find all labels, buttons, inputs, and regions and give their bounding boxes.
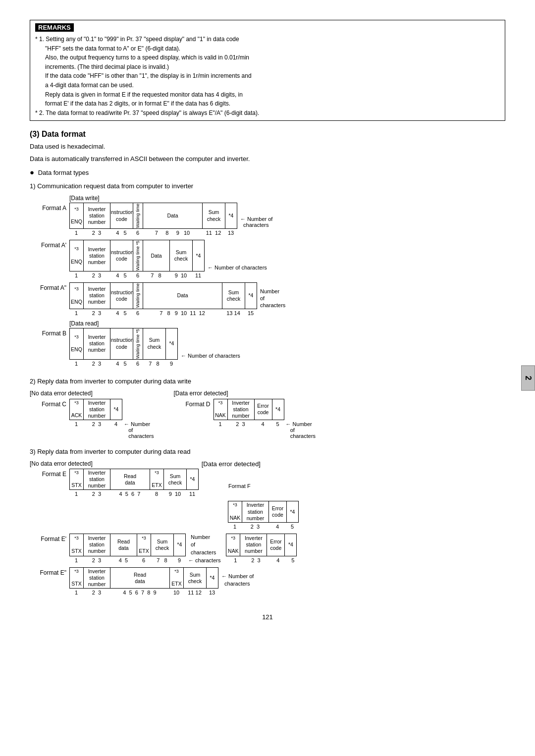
cell-stx-ep: *3STX xyxy=(70,534,84,556)
side-tab-2: 2 xyxy=(521,366,535,391)
cell-error-d: Errorcode xyxy=(255,399,272,420)
diagram-section-1: [Data write] Format A *3ENQ Inverterstat… xyxy=(30,195,505,370)
num-a-1: 1 xyxy=(69,230,83,236)
cell-instruction-code: Instructioncode xyxy=(110,203,133,229)
format-eprime-label: Format E' xyxy=(30,534,69,542)
format-adouble-label: Format A" xyxy=(30,282,69,291)
no-error-label-3: [No data error detected] xyxy=(30,460,93,467)
cell-nak-d: *3NAK xyxy=(214,399,228,420)
bullet-text: Data format types xyxy=(38,169,89,176)
cell-instr-ap: Instructioncode xyxy=(110,240,133,271)
remark-line-8: format E' if the data has 2 digits, or i… xyxy=(45,99,500,108)
cell-enq: *3ENQ xyxy=(70,203,84,229)
format-c-label: Format C xyxy=(30,399,69,408)
num-chars-ep: Numberofcharacters xyxy=(191,534,216,556)
num-chars-note-ap: ← Number of characters xyxy=(208,265,267,271)
num-a-6: 6 xyxy=(133,230,143,236)
format-b-row: Format B *3ENQ Inverterstationnumber Ins… xyxy=(30,328,505,370)
cell-inverter-f: Inverterstationnumber xyxy=(242,501,269,522)
format-e-label: Format E xyxy=(30,469,69,478)
format-d-grid: *3NAK Inverterstationnumber Errorcode *4 xyxy=(214,399,284,420)
cell-sum-ap: Sumcheck xyxy=(170,240,193,271)
remarks-box: REMARKS * 1. Setting any of "0.1" to "99… xyxy=(30,20,505,121)
remarks-title: REMARKS xyxy=(35,23,74,32)
format-a-grid: *3ENQ Inverterstationnumber Instructionc… xyxy=(69,203,237,229)
format-aprime-grid: *3ENQ Inverterstationnumber Instructionc… xyxy=(69,240,205,271)
no-error-label-2: [No data error detected] xyxy=(30,390,154,397)
format-aprime-row: Format A' *3ENQ Inverterstationnumber In… xyxy=(30,240,505,281)
cell-sum-b: Sumcheck xyxy=(143,328,166,360)
cell-inverter-ep: Inverterstationnumber xyxy=(84,534,110,556)
cell-star3-e: *3ETX xyxy=(150,469,164,490)
cell-data-a: Data xyxy=(143,203,203,229)
cell-star4-b: *4 xyxy=(166,328,178,360)
cell-data-ap: Data xyxy=(143,240,170,271)
cell-instr-b: Instructioncode xyxy=(110,328,133,360)
data-write-label: [Data write] xyxy=(69,195,505,202)
format-c-row: Format C *3ACK Inverterstationnumber *4 … xyxy=(30,399,154,439)
num-a-1112: 11 12 xyxy=(202,230,225,236)
cell-inverter-b: Inverterstationnumber xyxy=(84,328,110,360)
cell-star4-ad: *4 xyxy=(245,283,257,309)
remark-line-1: * 1. Setting any of "0.1" to "999" in Pr… xyxy=(35,35,500,44)
num-chars-note-ad: Numberofcharacters xyxy=(260,288,285,309)
body-line-2: Data is automatically transferred in ASC… xyxy=(30,154,505,164)
format-f-grid: *3NAK Inverterstationnumber Errorcode *4 xyxy=(228,501,299,522)
format-adouble-row: Format A" *3ENQ Inverterstationnumber In… xyxy=(30,282,505,319)
cell-waiting-time: Waiting time xyxy=(133,203,143,229)
num-chars-note-a: ← Number of characters xyxy=(240,216,272,229)
format-edouble-row: Format E" *3STX Inverterstationnumber Re… xyxy=(30,567,505,598)
cell-sum-e: Sumcheck xyxy=(164,469,187,490)
format-d-row: Format D *3NAK Inverterstationnumber Err… xyxy=(174,399,316,439)
num-chars-note-b: ← Number of characters xyxy=(181,353,240,360)
cell-stx-e: *3STX xyxy=(70,469,84,490)
cell-inverter-e: Inverterstationnumber xyxy=(84,469,110,490)
sub-section-2: 2) Reply data from inverter to computer … xyxy=(30,378,505,385)
cell-etx-ed: *3ETX xyxy=(170,568,184,589)
data-error-label-3: [Data error detected] xyxy=(202,460,261,468)
cell-error-f: Errorcode xyxy=(269,501,287,522)
data-error-label-2: [Data error detected] xyxy=(174,390,316,397)
cell-enq-b: *3ENQ xyxy=(70,328,84,360)
format-b-grid: *3ENQ Inverterstationnumber Instructionc… xyxy=(69,328,178,360)
format-b-label: Format B xyxy=(30,328,69,337)
format-f-label: Format F xyxy=(228,483,251,490)
cell-sum-ad: Sumcheck xyxy=(222,283,245,309)
remark-line-5: If the data code "HFF" is other than "1"… xyxy=(45,71,500,81)
cell-sum-check: Sumcheck xyxy=(203,203,225,229)
cell-star4-ed: *4 xyxy=(207,568,218,589)
cell-nak-f: *3NAK xyxy=(228,501,242,522)
cell-inverter-station: Inverterstationnumber xyxy=(84,203,110,229)
cell-instr-ad: Instructioncode xyxy=(110,283,133,309)
format-eprime-grid-right: *3NAK Inverterstationnumber Errorcode *4 xyxy=(226,534,297,556)
format-e-row: Format E *3STX Inverterstationnumber Rea… xyxy=(30,469,505,500)
num-a-23: 2 3 xyxy=(83,230,110,236)
cell-inverter-ad: Inverterstationnumber xyxy=(84,283,110,309)
cell-nak-ep: *3NAK xyxy=(226,534,240,556)
format-eprime-grid-left: *3STX Inverterstationnumber Readdata *3E… xyxy=(69,534,186,556)
cell-sum-ep: Sumcheck xyxy=(151,534,174,556)
cell-wait-b: Waiting time *5 xyxy=(133,328,143,360)
diagram-section-3: [No data error detected] [Data error det… xyxy=(30,460,505,598)
cell-inv-ep-r: Inverterstationnumber xyxy=(240,534,267,556)
cell-inverter-ap: Inverterstationnumber xyxy=(84,240,110,271)
cell-inverter-d: Inverterstationnumber xyxy=(228,399,255,420)
format-d-label: Format D xyxy=(174,399,214,408)
cell-inverter-c: Inverterstationnumber xyxy=(84,399,110,420)
format-edouble-label: Format E" xyxy=(30,567,69,576)
cell-star4-ep: *4 xyxy=(174,534,186,556)
remark-line-9: * 2. The data format to read/write Pr. 3… xyxy=(35,108,500,118)
cell-star4-ep-r: *4 xyxy=(285,534,297,556)
body-line-1: Data used is hexadecimal. xyxy=(30,142,505,152)
cell-err-ep-r: Errorcode xyxy=(267,534,285,556)
cell-enq-ad: *3ENQ xyxy=(70,283,84,309)
bullet-icon: ● xyxy=(30,168,34,176)
num-a-7-10: 7 8 9 10 xyxy=(143,230,202,236)
cell-star4-ap: *4 xyxy=(193,240,205,271)
cell-star4-e: *4 xyxy=(187,469,199,490)
format-adouble-grid: *3ENQ Inverterstationnumber Instructionc… xyxy=(69,282,257,309)
format-a-row: Format A *3ENQ Inverterstationnumber Ins… xyxy=(30,203,505,239)
remark-line-4: increments. (The third decimal place is … xyxy=(45,62,500,72)
format-a-label: Format A xyxy=(30,203,69,212)
data-read-label: [Data read] xyxy=(69,320,505,327)
